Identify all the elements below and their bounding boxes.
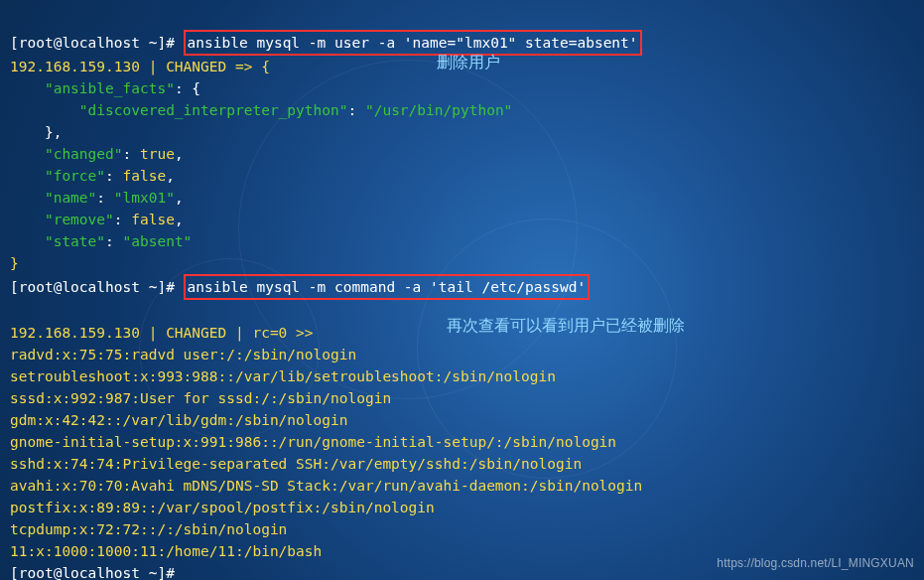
changed-val: true [140, 146, 175, 162]
name-sep: : [96, 190, 113, 206]
force-val: false [123, 168, 167, 184]
remove-val: false [131, 212, 175, 227]
prompt: [root@localhost ~]# [10, 279, 175, 295]
passwd-line: sssd:x:992:987:User for sssd:/:/sbin/nol… [10, 390, 391, 406]
force-sep: : [105, 168, 122, 184]
annotation-verify-deleted: 再次查看可以看到用户已经被删除 [447, 315, 685, 337]
force-tail: , [166, 168, 183, 184]
interp-key: "discovered_interpreter_python" [10, 102, 347, 118]
state-val: "absent" [123, 233, 193, 249]
out1-header-tail: => { [226, 59, 270, 74]
passwd-line: gnome-initial-setup:x:991:986::/run/gnom… [10, 434, 616, 450]
passwd-line: avahi:x:70:70:Avahi mDNS/DNS-SD Stack:/v… [10, 478, 642, 494]
prompt: [root@localhost ~]# [10, 565, 175, 580]
force-key: "force" [10, 168, 105, 184]
name-tail: , [175, 190, 192, 206]
passwd-line: tcpdump:x:72:72::/:/sbin/nologin [10, 521, 287, 537]
passwd-line: gdm:x:42:42::/var/lib/gdm:/sbin/nologin [10, 412, 347, 428]
command-1-highlight: ansible mysql -m user -a 'name="lmx01" s… [184, 30, 642, 56]
command-2-highlight: ansible mysql -m command -a 'tail /etc/p… [184, 274, 591, 300]
out1-header-status: CHANGED [166, 59, 226, 74]
remove-tail: , [175, 212, 192, 227]
passwd-line: setroubleshoot:x:993:988::/var/lib/setro… [10, 368, 556, 384]
out2-header: 192.168.159.130 | CHANGED | rc=0 >> [10, 325, 314, 341]
passwd-line: radvd:x:75:75:radvd user:/:/sbin/nologin [10, 347, 356, 362]
prompt: [root@localhost ~]# [10, 35, 175, 51]
state-key: "state" [10, 233, 105, 249]
name-val: "lmx01" [114, 190, 175, 206]
watermark: https://blog.csdn.net/LI_MINGXUAN [717, 552, 914, 574]
remove-sep: : [114, 212, 131, 227]
out1-close: } [10, 255, 19, 271]
state-sep: : [105, 233, 122, 249]
annotation-delete-user: 删除用户 [437, 52, 500, 73]
terminal[interactable]: [root@localhost ~]# ansible mysql -m use… [0, 0, 924, 580]
out1-header-host: 192.168.159.130 | [10, 59, 166, 74]
changed-tail: , [175, 146, 192, 162]
changed-key: "changed" [10, 146, 123, 162]
remove-key: "remove" [10, 212, 114, 227]
name-key: "name" [10, 190, 96, 206]
passwd-line: postfix:x:89:89::/var/spool/postfix:/sbi… [10, 500, 435, 515]
passwd-line: sshd:x:74:74:Privilege-separated SSH:/va… [10, 456, 582, 472]
facts-close: }, [10, 124, 70, 140]
command-1: ansible mysql -m user -a 'name="lmx01" s… [188, 35, 638, 51]
interp-val: "/usr/bin/python" [365, 102, 512, 118]
changed-sep: : [123, 146, 140, 162]
facts-key: "ansible_facts" [10, 80, 175, 96]
passwd-line: 11:x:1000:1000:11:/home/11:/bin/bash [10, 543, 322, 559]
interp-sep: : [347, 102, 364, 118]
facts-open: : { [175, 80, 200, 96]
command-2: ansible mysql -m command -a 'tail /etc/p… [188, 279, 587, 295]
